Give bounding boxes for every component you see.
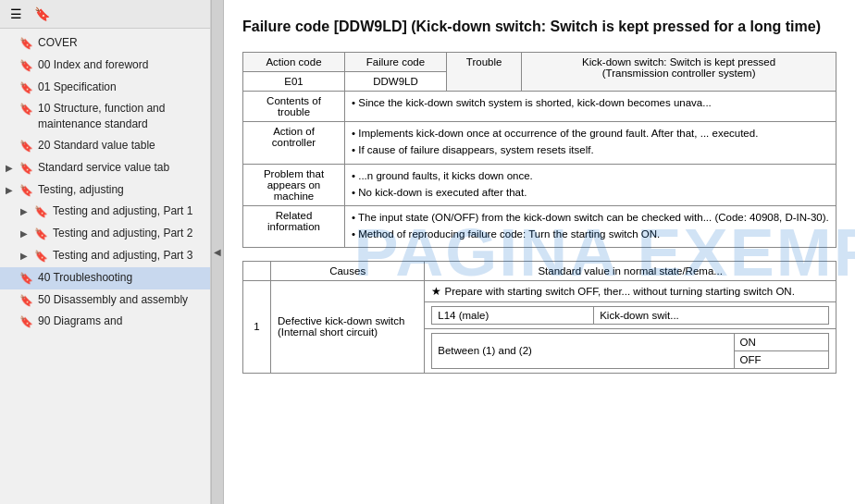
sidebar-item-cover[interactable]: 🔖COVER [0,32,210,55]
sidebar-item-label: Standard service value tab [38,160,203,176]
sidebar-item-testing-adj[interactable]: ▶🔖Testing, adjusting [0,179,210,202]
contents-label: Contents oftrouble [243,92,345,122]
arrow-icon: ▶ [6,184,17,197]
arrow-icon: ▶ [20,250,31,263]
col-action-code: Action code [243,53,345,72]
cause-between: Between (1) and (2) ON OFF [425,328,836,373]
sidebar-item-label: COVER [38,35,203,51]
problem-value: ...n ground faults, it kicks down once. … [345,164,836,205]
page-title: Failure code [DDW9LD] (Kick-down switch:… [242,17,836,37]
sidebar-item-40-trouble[interactable]: 🔖40 Troubleshooting [0,267,210,289]
bookmark-icon: 🔖 [19,102,33,117]
sidebar-item-label: 90 Diagrams and [38,313,203,329]
causes-num-header [243,261,271,280]
collapse-panel-button[interactable]: ◀ [211,0,224,504]
bookmark-icon: 🔖 [19,139,33,154]
sidebar-item-testing-adj-2[interactable]: ▶🔖Testing and adjusting, Part 2 [0,223,210,245]
sidebar-item-label: 10 Structure, function and maintenance s… [38,101,203,132]
sidebar-toolbar: ☰ 🔖 [0,0,210,29]
sidebar-item-standard-service[interactable]: ▶🔖Standard service value tab [0,157,210,179]
bookmark-icon: 🔖 [34,227,48,242]
cause-desc: Defective kick-down switch(Internal shor… [271,280,425,373]
sidebar-item-label: 50 Disassembly and assembly [38,292,203,308]
menu-icon[interactable]: ☰ [6,4,26,24]
info-table: Action code Failure code Trouble Kick-do… [242,52,836,248]
sidebar-item-label: 01 Specification [38,80,203,95]
causes-table: Causes Standard value in normal state/Re… [242,261,836,374]
cause-note: ★ Prepare with starting switch OFF, ther… [425,280,836,301]
related-value: The input state (ON/OFF) from the kick-d… [345,205,836,247]
sidebar-item-label: Testing and adjusting, Part 3 [53,248,203,264]
cause-num: 1 [243,280,271,373]
bookmark-icon: 🔖 [19,58,33,74]
sidebar-item-01-spec[interactable]: 🔖01 Specification [0,77,210,99]
standard-value-header: Standard value in normal state/Rema... [425,261,836,280]
sidebar-item-label: Testing, adjusting [38,182,203,198]
sidebar-item-label: 40 Troubleshooting [38,270,203,286]
col-failure-code: Failure code [345,53,447,72]
sidebar-nav: 🔖COVER🔖00 Index and foreword🔖01 Specific… [0,29,210,504]
bookmark-icon: 🔖 [19,293,33,309]
arrow-icon: ▶ [20,205,31,218]
bookmark-icon[interactable]: 🔖 [31,4,52,24]
bookmark-icon: 🔖 [19,183,33,199]
causes-header: Causes [271,261,425,280]
problem-label: Problem thatappears onmachine [243,164,345,205]
bookmark-icon: 🔖 [19,271,33,287]
bookmark-icon: 🔖 [19,161,33,177]
sidebar-item-label: Testing and adjusting, Part 1 [53,203,203,219]
bookmark-icon: 🔖 [19,314,33,330]
sidebar-item-20-standard[interactable]: 🔖20 Standard value table [0,135,210,157]
failure-code-value: DDW9LD [345,72,447,92]
action-code-value: E01 [243,72,345,92]
sidebar-item-testing-adj-3[interactable]: ▶🔖Testing and adjusting, Part 3 [0,245,210,267]
col-trouble-header: Trouble [447,53,522,92]
cause-connector: L14 (male) Kick-down swit... [425,301,836,328]
contents-value: Since the kick-down switch system is sho… [345,92,836,122]
sidebar-item-90-diagrams[interactable]: 🔖90 Diagrams and [0,311,210,333]
arrow-icon: ▶ [6,162,17,175]
action-value: Implements kick-down once at occurrence … [345,122,836,164]
sidebar-item-testing-adj-1[interactable]: ▶🔖Testing and adjusting, Part 1 [0,201,210,223]
action-label: Action ofcontroller [243,122,345,164]
sidebar-item-label: 00 Index and foreword [38,57,203,73]
sidebar-item-50-disassembly[interactable]: 🔖50 Disassembly and assembly [0,289,210,312]
related-label: Relatedinformation [243,205,345,247]
bookmark-icon: 🔖 [19,36,33,52]
arrow-icon: ▶ [20,227,31,240]
bookmark-icon: 🔖 [34,204,48,220]
bookmark-icon: 🔖 [34,249,48,264]
sidebar-item-10-structure[interactable]: 🔖10 Structure, function and maintenance … [0,98,210,135]
sidebar-item-label: 20 Standard value table [38,138,203,154]
sidebar-item-00-index[interactable]: 🔖00 Index and foreword [0,55,210,77]
col-trouble-desc: Kick-down switch: Switch is kept pressed… [522,53,836,92]
sidebar-item-label: Testing and adjusting, Part 2 [53,226,203,241]
bookmark-icon: 🔖 [19,80,33,96]
main-content: PAGINA EXEMPLU Failure code [DDW9LD] (Ki… [224,0,855,504]
sidebar: ☰ 🔖 🔖COVER🔖00 Index and foreword🔖01 Spec… [0,0,211,504]
